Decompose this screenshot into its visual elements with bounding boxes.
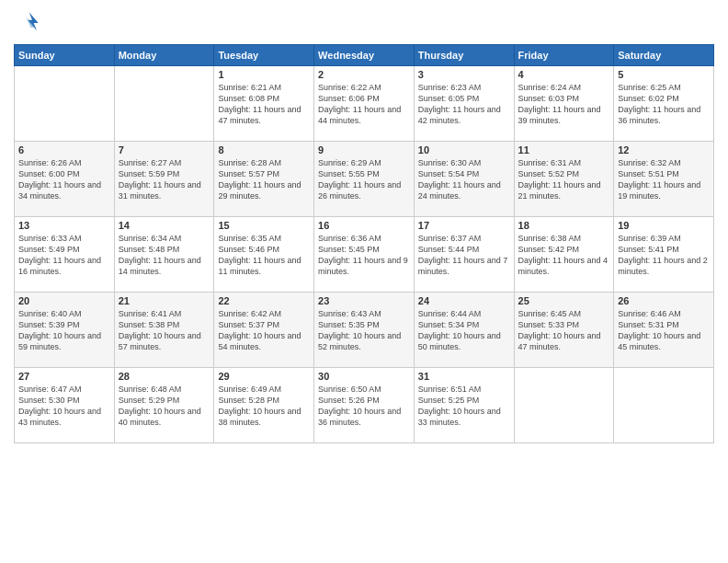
calendar-cell bbox=[15, 66, 115, 142]
day-number: 28 bbox=[119, 371, 210, 382]
day-detail: Sunrise: 6:34 AMSunset: 5:48 PMDaylight:… bbox=[119, 233, 210, 278]
day-detail: Sunrise: 6:48 AMSunset: 5:29 PMDaylight:… bbox=[119, 384, 210, 429]
day-number: 18 bbox=[518, 220, 610, 231]
calendar-cell: 5Sunrise: 6:25 AMSunset: 6:02 PMDaylight… bbox=[614, 66, 714, 142]
day-number: 21 bbox=[119, 295, 210, 306]
calendar-cell: 15Sunrise: 6:35 AMSunset: 5:46 PMDayligh… bbox=[214, 217, 314, 293]
calendar-cell: 11Sunrise: 6:31 AMSunset: 5:52 PMDayligh… bbox=[514, 142, 614, 217]
calendar-cell: 22Sunrise: 6:42 AMSunset: 5:37 PMDayligh… bbox=[214, 293, 314, 368]
day-number: 16 bbox=[318, 220, 410, 231]
calendar-cell: 7Sunrise: 6:27 AMSunset: 5:59 PMDaylight… bbox=[114, 142, 214, 217]
calendar-table: SundayMondayTuesdayWednesdayThursdayFrid… bbox=[14, 44, 714, 443]
day-number: 31 bbox=[418, 371, 510, 382]
calendar-week-1: 1Sunrise: 6:21 AMSunset: 6:08 PMDaylight… bbox=[15, 66, 714, 142]
calendar-cell: 1Sunrise: 6:21 AMSunset: 6:08 PMDaylight… bbox=[214, 66, 314, 142]
calendar-cell: 2Sunrise: 6:22 AMSunset: 6:06 PMDaylight… bbox=[314, 66, 415, 142]
day-detail: Sunrise: 6:41 AMSunset: 5:38 PMDaylight:… bbox=[119, 308, 210, 353]
day-detail: Sunrise: 6:46 AMSunset: 5:31 PMDaylight:… bbox=[618, 308, 710, 353]
day-number: 29 bbox=[218, 371, 310, 382]
day-number: 9 bbox=[318, 144, 410, 155]
calendar-cell: 16Sunrise: 6:36 AMSunset: 5:45 PMDayligh… bbox=[314, 217, 415, 293]
calendar-cell: 8Sunrise: 6:28 AMSunset: 5:57 PMDaylight… bbox=[214, 142, 314, 217]
logo-icon bbox=[14, 9, 41, 37]
day-number: 27 bbox=[18, 371, 110, 382]
weekday-header-wednesday: Wednesday bbox=[314, 45, 415, 66]
logo bbox=[14, 9, 45, 37]
calendar-cell: 3Sunrise: 6:23 AMSunset: 6:05 PMDaylight… bbox=[414, 66, 514, 142]
weekday-header-sunday: Sunday bbox=[15, 45, 115, 66]
day-number: 6 bbox=[18, 144, 110, 155]
calendar-cell: 20Sunrise: 6:40 AMSunset: 5:39 PMDayligh… bbox=[15, 293, 115, 368]
calendar-cell: 14Sunrise: 6:34 AMSunset: 5:48 PMDayligh… bbox=[114, 217, 214, 293]
day-number: 23 bbox=[318, 295, 410, 306]
calendar-cell bbox=[514, 368, 614, 443]
day-number: 11 bbox=[518, 144, 610, 155]
day-detail: Sunrise: 6:23 AMSunset: 6:05 PMDaylight:… bbox=[418, 82, 510, 127]
day-detail: Sunrise: 6:33 AMSunset: 5:49 PMDaylight:… bbox=[18, 233, 110, 278]
calendar-cell: 23Sunrise: 6:43 AMSunset: 5:35 PMDayligh… bbox=[314, 293, 415, 368]
weekday-header-tuesday: Tuesday bbox=[214, 45, 314, 66]
day-detail: Sunrise: 6:31 AMSunset: 5:52 PMDaylight:… bbox=[518, 157, 610, 202]
calendar-cell: 6Sunrise: 6:26 AMSunset: 6:00 PMDaylight… bbox=[15, 142, 115, 217]
day-detail: Sunrise: 6:47 AMSunset: 5:30 PMDaylight:… bbox=[18, 384, 110, 429]
calendar-cell: 9Sunrise: 6:29 AMSunset: 5:55 PMDaylight… bbox=[314, 142, 415, 217]
day-number: 14 bbox=[119, 220, 210, 231]
calendar-cell: 10Sunrise: 6:30 AMSunset: 5:54 PMDayligh… bbox=[414, 142, 514, 217]
day-number: 22 bbox=[218, 295, 310, 306]
calendar-cell: 31Sunrise: 6:51 AMSunset: 5:25 PMDayligh… bbox=[414, 368, 514, 443]
day-number: 19 bbox=[618, 220, 710, 231]
day-detail: Sunrise: 6:44 AMSunset: 5:34 PMDaylight:… bbox=[418, 308, 510, 353]
day-detail: Sunrise: 6:39 AMSunset: 5:41 PMDaylight:… bbox=[618, 233, 710, 278]
day-number: 2 bbox=[318, 69, 410, 80]
day-detail: Sunrise: 6:30 AMSunset: 5:54 PMDaylight:… bbox=[418, 157, 510, 202]
day-detail: Sunrise: 6:26 AMSunset: 6:00 PMDaylight:… bbox=[18, 157, 110, 202]
day-number: 10 bbox=[418, 144, 510, 155]
weekday-header-friday: Friday bbox=[514, 45, 614, 66]
day-number: 5 bbox=[618, 69, 710, 80]
day-detail: Sunrise: 6:37 AMSunset: 5:44 PMDaylight:… bbox=[418, 233, 510, 278]
calendar-cell: 24Sunrise: 6:44 AMSunset: 5:34 PMDayligh… bbox=[414, 293, 514, 368]
day-detail: Sunrise: 6:32 AMSunset: 5:51 PMDaylight:… bbox=[618, 157, 710, 202]
calendar-cell: 18Sunrise: 6:38 AMSunset: 5:42 PMDayligh… bbox=[514, 217, 614, 293]
calendar-cell: 25Sunrise: 6:45 AMSunset: 5:33 PMDayligh… bbox=[514, 293, 614, 368]
calendar-cell: 12Sunrise: 6:32 AMSunset: 5:51 PMDayligh… bbox=[614, 142, 714, 217]
day-detail: Sunrise: 6:43 AMSunset: 5:35 PMDaylight:… bbox=[318, 308, 410, 353]
calendar-cell: 19Sunrise: 6:39 AMSunset: 5:41 PMDayligh… bbox=[614, 217, 714, 293]
day-number: 1 bbox=[218, 69, 310, 80]
calendar-cell: 26Sunrise: 6:46 AMSunset: 5:31 PMDayligh… bbox=[614, 293, 714, 368]
day-detail: Sunrise: 6:51 AMSunset: 5:25 PMDaylight:… bbox=[418, 384, 510, 429]
day-detail: Sunrise: 6:28 AMSunset: 5:57 PMDaylight:… bbox=[218, 157, 310, 202]
day-number: 25 bbox=[518, 295, 610, 306]
day-number: 26 bbox=[618, 295, 710, 306]
day-detail: Sunrise: 6:42 AMSunset: 5:37 PMDaylight:… bbox=[218, 308, 310, 353]
weekday-header-monday: Monday bbox=[114, 45, 214, 66]
day-number: 24 bbox=[418, 295, 510, 306]
day-detail: Sunrise: 6:38 AMSunset: 5:42 PMDaylight:… bbox=[518, 233, 610, 278]
calendar-cell: 4Sunrise: 6:24 AMSunset: 6:03 PMDaylight… bbox=[514, 66, 614, 142]
calendar-cell: 21Sunrise: 6:41 AMSunset: 5:38 PMDayligh… bbox=[114, 293, 214, 368]
calendar-week-3: 13Sunrise: 6:33 AMSunset: 5:49 PMDayligh… bbox=[15, 217, 714, 293]
calendar-week-5: 27Sunrise: 6:47 AMSunset: 5:30 PMDayligh… bbox=[15, 368, 714, 443]
day-detail: Sunrise: 6:29 AMSunset: 5:55 PMDaylight:… bbox=[318, 157, 410, 202]
day-detail: Sunrise: 6:24 AMSunset: 6:03 PMDaylight:… bbox=[518, 82, 610, 127]
calendar-cell: 13Sunrise: 6:33 AMSunset: 5:49 PMDayligh… bbox=[15, 217, 115, 293]
calendar-week-2: 6Sunrise: 6:26 AMSunset: 6:00 PMDaylight… bbox=[15, 142, 714, 217]
day-detail: Sunrise: 6:49 AMSunset: 5:28 PMDaylight:… bbox=[218, 384, 310, 429]
day-detail: Sunrise: 6:25 AMSunset: 6:02 PMDaylight:… bbox=[618, 82, 710, 127]
day-number: 17 bbox=[418, 220, 510, 231]
day-detail: Sunrise: 6:21 AMSunset: 6:08 PMDaylight:… bbox=[218, 82, 310, 127]
calendar-cell: 28Sunrise: 6:48 AMSunset: 5:29 PMDayligh… bbox=[114, 368, 214, 443]
calendar-week-4: 20Sunrise: 6:40 AMSunset: 5:39 PMDayligh… bbox=[15, 293, 714, 368]
calendar-cell: 27Sunrise: 6:47 AMSunset: 5:30 PMDayligh… bbox=[15, 368, 115, 443]
calendar-page: SundayMondayTuesdayWednesdayThursdayFrid… bbox=[0, 0, 728, 563]
day-number: 12 bbox=[618, 144, 710, 155]
day-number: 4 bbox=[518, 69, 610, 80]
day-number: 7 bbox=[119, 144, 210, 155]
day-number: 20 bbox=[18, 295, 110, 306]
day-detail: Sunrise: 6:45 AMSunset: 5:33 PMDaylight:… bbox=[518, 308, 610, 353]
day-number: 15 bbox=[218, 220, 310, 231]
day-detail: Sunrise: 6:27 AMSunset: 5:59 PMDaylight:… bbox=[119, 157, 210, 202]
day-detail: Sunrise: 6:40 AMSunset: 5:39 PMDaylight:… bbox=[18, 308, 110, 353]
weekday-header-row: SundayMondayTuesdayWednesdayThursdayFrid… bbox=[15, 45, 714, 66]
day-detail: Sunrise: 6:50 AMSunset: 5:26 PMDaylight:… bbox=[318, 384, 410, 429]
